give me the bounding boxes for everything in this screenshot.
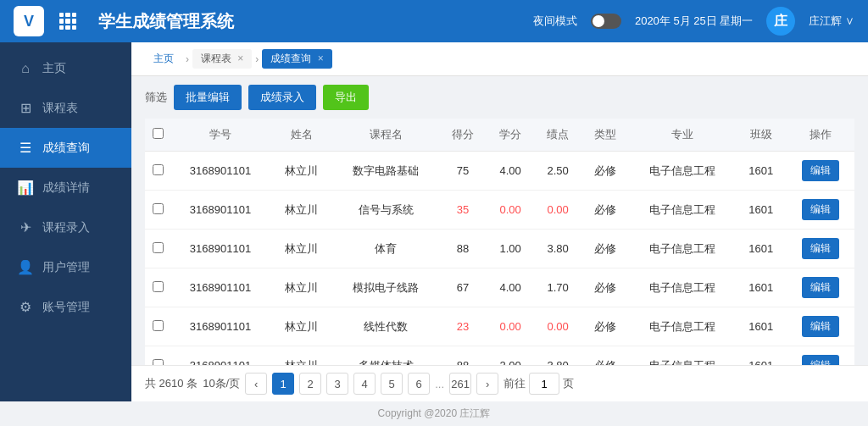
sidebar-label-home: 主页 [42, 61, 66, 76]
page-btn-5[interactable]: 5 [381, 373, 403, 395]
row-name: 林立川 [270, 152, 332, 191]
row-checkbox-cell [145, 346, 170, 366]
breadcrumb-sep-1: › [186, 53, 189, 65]
table-row: 3168901101 林立川 体育 88 1.00 3.80 必修 电子信息工程… [145, 230, 854, 268]
import-button[interactable]: 成绩录入 [248, 85, 316, 110]
close-grades-tab[interactable]: × [318, 53, 324, 64]
logo-icon: V [14, 6, 44, 36]
row-gpa: 3.80 [534, 230, 581, 268]
account-icon: ⚙ [17, 299, 34, 315]
table-container: 学号 姓名 课程名 得分 学分 绩点 类型 专业 班级 操作 [131, 119, 868, 365]
home-icon: ⌂ [17, 61, 34, 76]
row-gpa: 1.70 [534, 268, 581, 307]
row-gpa: 0.00 [534, 307, 581, 346]
sidebar-item-home[interactable]: ⌂ 主页 [0, 49, 131, 88]
page-btn-2[interactable]: 2 [299, 373, 321, 395]
row-type: 必修 [581, 268, 629, 307]
export-button[interactable]: 导出 [323, 85, 369, 110]
row-gpa: 0.00 [534, 191, 581, 230]
close-schedule-tab[interactable]: × [237, 53, 243, 64]
page-btn-1[interactable]: 1 [272, 373, 294, 395]
grades-table: 学号 姓名 课程名 得分 学分 绩点 类型 专业 班级 操作 [145, 119, 854, 365]
sidebar-item-detail[interactable]: 📊 成绩详情 [0, 168, 131, 207]
row-checkbox-3[interactable] [153, 281, 164, 292]
edit-button-2[interactable]: 编辑 [802, 238, 839, 259]
page-btn-last[interactable]: 261 [449, 373, 471, 395]
jump-to-input[interactable] [529, 373, 559, 395]
sidebar-item-schedule[interactable]: ⊞ 课程表 [0, 88, 131, 128]
entry-icon: ✈ [17, 219, 34, 235]
row-score: 23 [439, 307, 487, 346]
row-credit: 2.00 [487, 346, 534, 366]
row-checkbox-1[interactable] [153, 203, 164, 214]
row-id: 3168901101 [170, 268, 270, 307]
row-id: 3168901101 [170, 191, 270, 230]
row-course: 数字电路基础 [332, 152, 439, 191]
detail-icon: 📊 [17, 180, 34, 196]
footer: Copyright @2020 庄江辉 [0, 401, 868, 426]
page-btn-4[interactable]: 4 [353, 373, 376, 395]
batch-edit-button[interactable]: 批量编辑 [174, 85, 242, 110]
row-checkbox-cell [145, 230, 170, 268]
edit-button-4[interactable]: 编辑 [802, 316, 839, 337]
row-major: 电子信息工程 [629, 268, 736, 307]
row-checkbox-4[interactable] [153, 320, 164, 331]
breadcrumb-grades-active[interactable]: 成绩查询 × [262, 49, 331, 69]
row-score: 88 [439, 230, 487, 268]
sidebar-item-grades[interactable]: ☰ 成绩查询 [0, 128, 131, 168]
row-credit: 0.00 [487, 191, 534, 230]
schedule-icon: ⊞ [17, 100, 34, 116]
sidebar-label-users: 用户管理 [42, 260, 90, 275]
row-score: 88 [439, 346, 487, 366]
date-display: 2020年 5月 25日 星期一 [635, 14, 753, 29]
table-body: 3168901101 林立川 数字电路基础 75 4.00 2.50 必修 电子… [145, 152, 854, 366]
sidebar-item-users[interactable]: 👤 用户管理 [0, 247, 131, 287]
row-credit: 4.00 [487, 268, 534, 307]
row-checkbox-5[interactable] [153, 359, 164, 366]
th-action: 操作 [787, 119, 854, 152]
edit-button-1[interactable]: 编辑 [802, 199, 839, 220]
row-major: 电子信息工程 [629, 307, 736, 346]
row-class: 1601 [736, 268, 787, 307]
content-area: 主页 › 课程表 × › 成绩查询 × 筛选 批量编辑 成绩录入 导出 [131, 42, 868, 401]
sidebar-item-entry[interactable]: ✈ 课程录入 [0, 207, 131, 247]
row-checkbox-0[interactable] [153, 164, 164, 175]
row-action: 编辑 [787, 268, 854, 307]
page-btn-6[interactable]: 6 [408, 373, 430, 395]
next-page-button[interactable]: › [476, 373, 498, 395]
select-all-checkbox[interactable] [153, 128, 164, 139]
th-id: 学号 [170, 119, 270, 152]
edit-button-3[interactable]: 编辑 [802, 277, 839, 298]
dark-mode-toggle[interactable] [591, 14, 621, 29]
row-course: 多媒体技术 [332, 346, 439, 366]
toolbar: 筛选 批量编辑 成绩录入 导出 [131, 76, 868, 119]
row-major: 电子信息工程 [629, 191, 736, 230]
row-major: 电子信息工程 [629, 152, 736, 191]
row-score: 35 [439, 191, 487, 230]
th-name: 姓名 [270, 119, 332, 152]
row-name: 林立川 [270, 230, 332, 268]
th-course: 课程名 [332, 119, 439, 152]
grades-icon: ☰ [17, 140, 34, 156]
edit-button-0[interactable]: 编辑 [802, 160, 839, 181]
sidebar-item-account[interactable]: ⚙ 账号管理 [0, 287, 131, 327]
row-type: 必修 [581, 307, 629, 346]
row-major: 电子信息工程 [629, 346, 736, 366]
row-action: 编辑 [787, 230, 854, 268]
row-credit: 1.00 [487, 230, 534, 268]
row-action: 编辑 [787, 346, 854, 366]
row-course: 信号与系统 [332, 191, 439, 230]
row-id: 3168901101 [170, 307, 270, 346]
row-name: 林立川 [270, 268, 332, 307]
row-checkbox-2[interactable] [153, 242, 164, 253]
breadcrumb-home[interactable]: 主页 [145, 49, 182, 69]
pagination-bar: 共 2610 条 10条/页 ‹ 1 2 3 4 5 6 ... 261 › 前… [131, 365, 868, 401]
breadcrumb-schedule[interactable]: 课程表 × [192, 49, 252, 69]
prev-page-button[interactable]: ‹ [245, 373, 267, 395]
th-gpa: 绩点 [534, 119, 581, 152]
user-name[interactable]: 庄江辉 [809, 14, 854, 29]
row-score: 75 [439, 152, 487, 191]
page-btn-3[interactable]: 3 [326, 373, 348, 395]
row-name: 林立川 [270, 191, 332, 230]
edit-button-5[interactable]: 编辑 [802, 355, 839, 365]
